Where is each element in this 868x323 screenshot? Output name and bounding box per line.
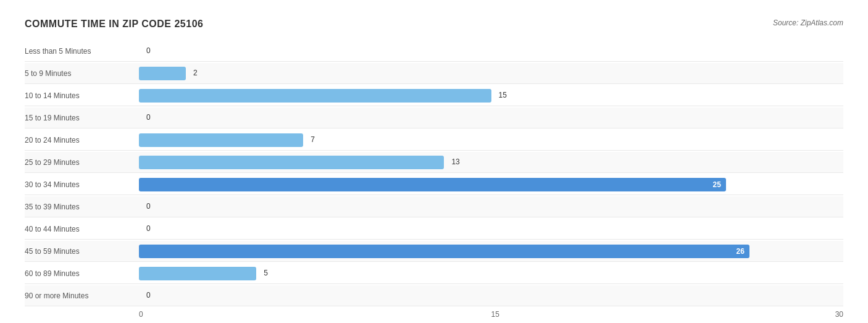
bar-row: 90 or more Minutes0 xyxy=(25,285,843,306)
x-axis-label: 30 xyxy=(835,310,843,319)
bar-value: 26 xyxy=(737,247,745,256)
x-axis-label: 0 xyxy=(139,310,143,319)
chart-source: Source: ZipAtlas.com xyxy=(773,19,843,27)
bar-label: 20 to 24 Minutes xyxy=(25,136,139,145)
bar-row: 40 to 44 Minutes0 xyxy=(25,219,843,240)
bar-value: 0 xyxy=(143,113,151,122)
chart-container: COMMUTE TIME IN ZIP CODE 25106 Source: Z… xyxy=(12,12,856,323)
bar-label: 90 or more Minutes xyxy=(25,292,139,300)
bar-value: 0 xyxy=(143,202,151,211)
bar-label: Less than 5 Minutes xyxy=(25,47,139,56)
bar-track: 25 xyxy=(139,178,843,191)
bar-row: 25 to 29 Minutes13 xyxy=(25,152,843,173)
bar-label: 10 to 14 Minutes xyxy=(25,91,139,100)
bar-track: 5 xyxy=(139,267,843,280)
bar-label: 35 to 39 Minutes xyxy=(25,203,139,211)
chart-area: Less than 5 Minutes05 to 9 Minutes210 to… xyxy=(25,41,843,306)
bar-track: 0 xyxy=(139,200,843,214)
bar-label: 5 to 9 Minutes xyxy=(25,69,139,78)
x-axis-label: 15 xyxy=(491,310,499,319)
bar-value: 25 xyxy=(712,180,720,189)
bar-value: 5 xyxy=(260,269,268,277)
bar-row: 45 to 59 Minutes26 xyxy=(25,241,843,262)
x-axis: 01530 xyxy=(139,310,843,322)
bar-row: 10 to 14 Minutes15 xyxy=(25,85,843,106)
bar-value: 15 xyxy=(495,91,507,99)
bar-row: 20 to 24 Minutes7 xyxy=(25,130,843,151)
bar-label: 30 to 34 Minutes xyxy=(25,180,139,189)
bar-track: 0 xyxy=(139,222,843,236)
bar-row: 60 to 89 Minutes5 xyxy=(25,263,843,284)
bar-row: 15 to 19 Minutes0 xyxy=(25,107,843,128)
bar-row: 30 to 34 Minutes25 xyxy=(25,174,843,195)
bar-track: 0 xyxy=(139,289,843,303)
bar-label: 40 to 44 Minutes xyxy=(25,225,139,233)
chart-title: COMMUTE TIME IN ZIP CODE 25106 xyxy=(25,19,203,30)
bar-value: 7 xyxy=(307,135,315,144)
bar-track: 0 xyxy=(139,111,843,125)
bar-row: 35 to 39 Minutes0 xyxy=(25,196,843,217)
bar-row: 5 to 9 Minutes2 xyxy=(25,63,843,84)
bar-track: 13 xyxy=(139,156,843,169)
bar-value: 2 xyxy=(190,69,198,77)
chart-header: COMMUTE TIME IN ZIP CODE 25106 Source: Z… xyxy=(25,19,843,30)
bar-track: 7 xyxy=(139,133,843,147)
bar-value: 0 xyxy=(143,224,151,233)
bar-value: 0 xyxy=(143,46,151,55)
bar-track: 0 xyxy=(139,44,843,58)
bar-label: 45 to 59 Minutes xyxy=(25,247,139,256)
bar-track: 2 xyxy=(139,67,843,80)
bar-label: 15 to 19 Minutes xyxy=(25,114,139,122)
bar-track: 26 xyxy=(139,245,843,258)
bar-row: Less than 5 Minutes0 xyxy=(25,41,843,62)
bar-label: 25 to 29 Minutes xyxy=(25,158,139,167)
bar-value: 0 xyxy=(143,291,151,300)
bar-track: 15 xyxy=(139,89,843,103)
bar-label: 60 to 89 Minutes xyxy=(25,269,139,278)
bar-value: 13 xyxy=(448,157,459,166)
